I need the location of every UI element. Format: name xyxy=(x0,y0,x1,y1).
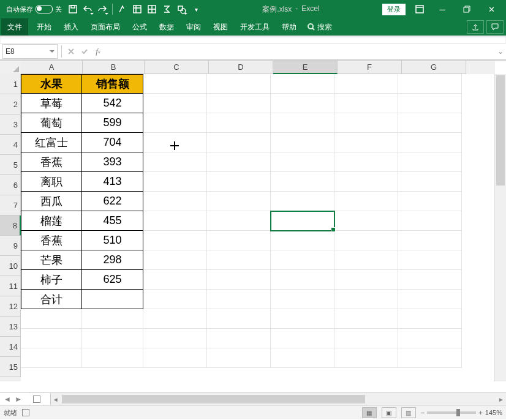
zoom-in-icon[interactable]: + xyxy=(478,409,482,416)
confirm-formula-icon[interactable] xyxy=(78,45,91,58)
worksheet-grid[interactable]: ABCDEFG 123456789101112131415 水果销售额草莓542… xyxy=(0,60,506,392)
cell-B6[interactable]: 413 xyxy=(82,172,143,192)
vertical-scroll-thumb[interactable] xyxy=(496,75,505,186)
cell-B13[interactable] xyxy=(82,309,143,329)
cell-B8[interactable]: 455 xyxy=(82,211,143,231)
expand-formula-bar-icon[interactable]: ⌄ xyxy=(495,47,506,56)
cell-G5[interactable] xyxy=(398,152,462,172)
cell-C1[interactable] xyxy=(143,74,207,94)
cell-C11[interactable] xyxy=(143,270,207,290)
cell-F14[interactable] xyxy=(334,329,398,348)
shapes-icon[interactable] xyxy=(174,2,189,17)
undo-icon[interactable] xyxy=(80,2,95,17)
cell-B4[interactable]: 704 xyxy=(82,133,143,152)
cell-G7[interactable] xyxy=(398,192,462,211)
close-button[interactable]: ✕ xyxy=(479,0,504,18)
cell-B2[interactable]: 542 xyxy=(82,94,143,113)
cell-G14[interactable] xyxy=(398,329,462,348)
sheet-nav[interactable]: ◄ ► xyxy=(0,393,44,405)
tab-home[interactable]: 开始 xyxy=(31,18,58,36)
cell-D3[interactable] xyxy=(207,113,271,133)
cells-area[interactable]: 水果销售额草莓542葡萄599红富士704香蕉393离职413西瓜622榴莲45… xyxy=(21,74,495,381)
tab-review[interactable]: 审阅 xyxy=(180,18,207,36)
cell-G11[interactable] xyxy=(398,270,462,290)
cell-B10[interactable]: 298 xyxy=(82,250,143,270)
sheet-prev-icon[interactable]: ◄ xyxy=(4,395,11,403)
cell-B12[interactable] xyxy=(82,290,143,309)
row-header-7[interactable]: 7 xyxy=(0,195,21,216)
select-all-corner[interactable] xyxy=(0,61,21,75)
cell-E2[interactable] xyxy=(271,94,334,113)
col-header-G[interactable]: G xyxy=(402,61,466,74)
zoom-controls[interactable]: − + 145% xyxy=(421,409,502,416)
sheet-list-icon[interactable] xyxy=(33,396,40,403)
row-header-15[interactable]: 15 xyxy=(0,357,21,377)
tab-help[interactable]: 帮助 xyxy=(276,18,303,36)
cell-C12[interactable] xyxy=(143,290,207,309)
cell-B5[interactable]: 393 xyxy=(82,152,143,172)
row-header-13[interactable]: 13 xyxy=(0,317,21,337)
cell-A7[interactable]: 西瓜 xyxy=(21,192,82,211)
cell-E1[interactable] xyxy=(271,74,334,94)
row-header-10[interactable]: 10 xyxy=(0,256,21,276)
cell-E3[interactable] xyxy=(271,113,334,133)
name-box[interactable]: E8 xyxy=(2,44,58,59)
tab-view[interactable]: 视图 xyxy=(207,18,234,36)
cell-D2[interactable] xyxy=(207,94,271,113)
cell-C9[interactable] xyxy=(143,231,207,250)
cell-E15[interactable] xyxy=(271,348,334,368)
tab-formulas[interactable]: 公式 xyxy=(126,18,153,36)
share-button[interactable] xyxy=(467,20,484,34)
cell-C13[interactable] xyxy=(143,309,207,329)
cell-F1[interactable] xyxy=(334,74,398,94)
cell-E5[interactable] xyxy=(271,152,334,172)
horizontal-scrollbar[interactable]: ◄ ► xyxy=(50,393,506,405)
tab-file[interactable]: 文件 xyxy=(1,18,28,36)
cell-D13[interactable] xyxy=(207,309,271,329)
row-headers[interactable]: 123456789101112131415 xyxy=(0,74,21,381)
cell-A5[interactable]: 香蕉 xyxy=(21,152,82,172)
zoom-out-icon[interactable]: − xyxy=(421,409,425,416)
cell-A10[interactable]: 芒果 xyxy=(21,250,82,270)
cell-F10[interactable] xyxy=(334,250,398,270)
fx-icon[interactable]: fx xyxy=(91,45,105,58)
cell-F6[interactable] xyxy=(334,172,398,192)
cell-C7[interactable] xyxy=(143,192,207,211)
cell-B1[interactable]: 销售额 xyxy=(82,74,143,94)
cell-A4[interactable]: 红富士 xyxy=(21,133,82,152)
cell-F12[interactable] xyxy=(334,290,398,309)
tab-layout[interactable]: 页面布局 xyxy=(85,18,126,36)
touch-mode-icon[interactable] xyxy=(115,2,130,17)
autosave-toggle[interactable]: 自动保存 关 xyxy=(2,5,66,14)
cell-G12[interactable] xyxy=(398,290,462,309)
cell-F3[interactable] xyxy=(334,113,398,133)
cell-G9[interactable] xyxy=(398,231,462,250)
pivot-chart-icon[interactable] xyxy=(145,2,159,17)
row-header-11[interactable]: 11 xyxy=(0,276,21,296)
cell-A2[interactable]: 草莓 xyxy=(21,94,82,113)
minimize-button[interactable]: ─ xyxy=(430,0,455,18)
cell-E10[interactable] xyxy=(271,250,334,270)
cell-D11[interactable] xyxy=(207,270,271,290)
row-header-1[interactable]: 1 xyxy=(0,74,21,94)
cell-C15[interactable] xyxy=(143,348,207,368)
cell-E9[interactable] xyxy=(271,231,334,250)
cell-B15[interactable] xyxy=(82,348,143,368)
tab-data[interactable]: 数据 xyxy=(153,18,180,36)
cell-D15[interactable] xyxy=(207,348,271,368)
ribbon-display-icon[interactable] xyxy=(409,0,430,18)
cell-C10[interactable] xyxy=(143,250,207,270)
col-header-B[interactable]: B xyxy=(83,61,145,74)
cell-A15[interactable] xyxy=(21,348,82,368)
redo-icon[interactable] xyxy=(95,2,110,17)
cell-G13[interactable] xyxy=(398,309,462,329)
cell-G8[interactable] xyxy=(398,211,462,231)
cell-B14[interactable] xyxy=(82,329,143,348)
cell-A6[interactable]: 离职 xyxy=(21,172,82,192)
cell-G6[interactable] xyxy=(398,172,462,192)
cell-F2[interactable] xyxy=(334,94,398,113)
cell-D6[interactable] xyxy=(207,172,271,192)
cell-C2[interactable] xyxy=(143,94,207,113)
cell-E6[interactable] xyxy=(271,172,334,192)
cell-D10[interactable] xyxy=(207,250,271,270)
